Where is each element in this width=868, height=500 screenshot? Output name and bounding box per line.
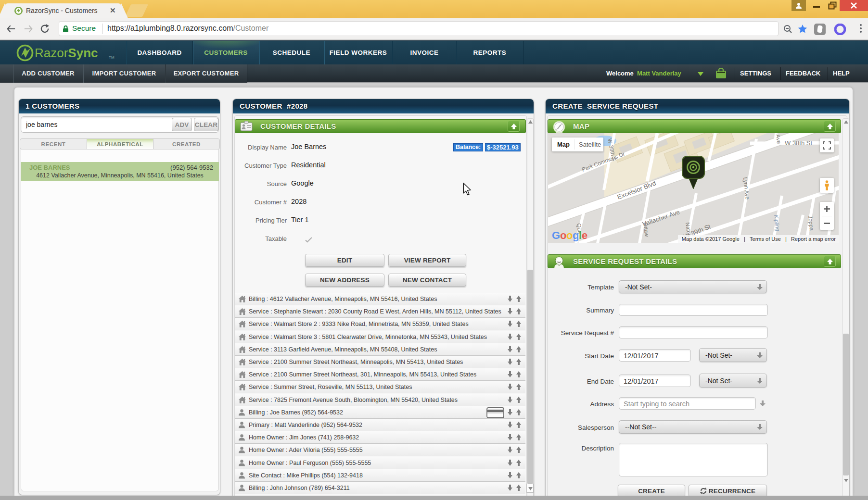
svg-text:o: o [566, 229, 573, 241]
svg-text:o: o [560, 229, 566, 241]
svg-text:TM: TM [109, 55, 115, 60]
svg-text:G: G [552, 229, 560, 241]
svg-text:RazorSync: RazorSync [35, 46, 98, 60]
svg-text:W 38th St: W 38th St [785, 139, 812, 147]
svg-text:Ave: Ave [775, 134, 782, 144]
svg-text:g: g [573, 229, 579, 241]
svg-text:e: e [582, 229, 587, 241]
